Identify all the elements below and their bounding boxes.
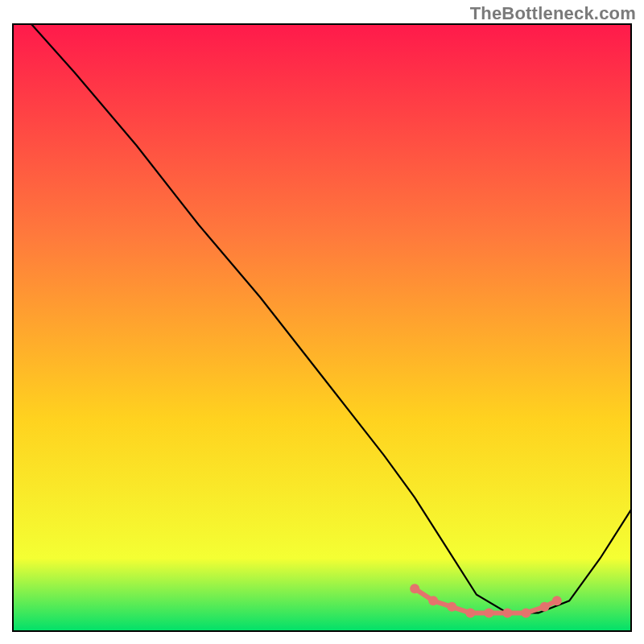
chart-stage: TheBottleneck.com <box>0 0 644 644</box>
plot-background <box>13 24 631 631</box>
optimal-range-dot <box>552 596 562 605</box>
optimal-range-dot <box>410 584 419 593</box>
optimal-range-dot <box>521 608 530 617</box>
bottleneck-chart <box>0 0 644 644</box>
optimal-range-dot <box>465 608 475 617</box>
optimal-range-dot <box>447 602 456 612</box>
optimal-range-dot <box>428 596 438 605</box>
optimal-range-dot <box>484 608 493 617</box>
optimal-range-dot <box>540 602 550 612</box>
optimal-range-dot <box>502 608 512 617</box>
